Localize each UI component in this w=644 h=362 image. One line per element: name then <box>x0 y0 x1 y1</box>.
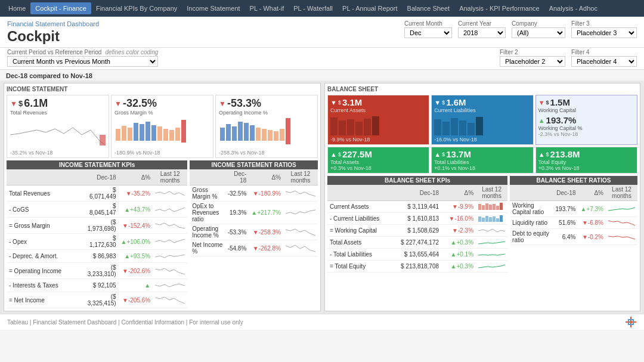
nav-item-analysis-adhoc[interactable]: Analysis - Adhoc <box>544 2 602 14</box>
br-col-last12: Last 12 months <box>606 185 637 201</box>
balance-ratios-table: Dec-18 Δ% Last 12 months Working Capital… <box>510 185 637 245</box>
bal-te-label: Total Equity <box>538 159 634 165</box>
table-row: - Opex $ 1,172,630 ▲+106.0% <box>7 234 187 250</box>
balance-section-header: BALANCE SHEET <box>327 86 637 92</box>
svg-rect-44 <box>478 216 481 222</box>
nav-item-pl-waterfall[interactable]: PL - Waterfall <box>289 2 338 14</box>
bal-current-liabilities: ▼ $ 1.6M Current Liabilities <box>431 95 533 145</box>
income-kpi-grossmargin: ▼ -32.5% Gross Margin % <box>111 95 213 158</box>
svg-rect-46 <box>485 216 488 222</box>
filter-2-select[interactable]: Placeholder 2 <box>500 56 565 67</box>
income-kpi3-arrow: ▼ <box>219 100 226 108</box>
bal-wc-label: Working Capital <box>538 107 634 113</box>
svg-rect-28 <box>355 122 363 135</box>
nav-item-pl-whatif[interactable]: PL - What-if <box>245 2 289 14</box>
br-col-label <box>510 185 553 201</box>
income-kpi-table: Dec-18 Δ% Last 12 months Total Revenues … <box>7 169 187 308</box>
table-row: = Operating Income ($ 3,233,310) ▼-202.6… <box>7 263 187 279</box>
table-row: Debt to equity ratio 6.4% ▼-0.2% <box>510 229 637 245</box>
filter-company-label: Company <box>512 20 565 27</box>
svg-rect-17 <box>244 123 249 141</box>
income-kpi3-label: Operating Income % <box>219 110 314 116</box>
svg-rect-35 <box>467 123 475 135</box>
nav-item-financial-kpis[interactable]: Financial KPIs By Company <box>91 2 182 14</box>
bal-cl-label: Current Liabilities <box>434 107 530 113</box>
breadcrumb: Financial Statement Dashboard <box>7 20 99 27</box>
col-label <box>7 169 85 185</box>
filters-area: Current Month Dec Current Year 2018 Comp… <box>404 20 637 38</box>
income-kpi2-delta: -180.9% vs Nov-18 <box>114 150 210 156</box>
filter-3-select[interactable]: Placeholder 3 <box>571 27 637 38</box>
svg-rect-21 <box>268 130 273 141</box>
svg-rect-26 <box>339 120 346 135</box>
header-area: Financial Statement Dashboard Cockpit Cu… <box>0 17 644 48</box>
filter-current-period-select[interactable]: Current Month vs Previous Month <box>7 56 158 67</box>
income-table-header: INCOME STATEMENT KPIs <box>7 160 187 169</box>
bal-working-capital: ▼ $ 1.5M Working Capital ▲ 193.7% Workin… <box>535 95 637 145</box>
bal-wc-delta: -2.3% vs Nov-18 <box>538 131 634 137</box>
table-row: Net Income % -54.8% ▼-262.8% <box>190 240 318 256</box>
income-statement-panel: INCOME STATEMENT ▼ $ 6.1M Total Revenues <box>4 83 321 311</box>
bal-col-delta: Δ% <box>441 185 476 201</box>
income-kpi1-delta: -35.2% vs Nov-18 <box>10 150 106 156</box>
income-section-header: INCOME STATEMENT <box>7 86 318 92</box>
svg-rect-18 <box>250 125 255 141</box>
svg-rect-14 <box>226 124 231 141</box>
filter-company-select[interactable]: (All) <box>512 27 565 38</box>
bal-te-delta: +0.3% vs Nov-18 <box>538 165 634 171</box>
filter-4-select[interactable]: Placeholder 4 <box>571 56 637 67</box>
bal-total-assets: ▲ $ 227.5M Total Assets +0.3% vs Nov-18 <box>327 147 429 174</box>
table-row: Total Assets $ 227,474,172 ▲+0.3% <box>327 237 507 249</box>
svg-rect-1 <box>116 129 120 141</box>
filter-3: Filter 3 Placeholder 3 <box>571 20 637 38</box>
nav-item-cockpit[interactable]: Cockpit - Finance <box>30 2 91 14</box>
nav-item-income-statement[interactable]: Income Statement <box>182 2 244 14</box>
filter-current-year-select[interactable]: 2018 <box>458 27 506 38</box>
ratios-col-label <box>190 169 225 185</box>
balance-kpi-header: BALANCE SHEET KPIs <box>327 176 507 185</box>
nav-item-balance-sheet[interactable]: Balance Sheet <box>402 2 455 14</box>
svg-rect-19 <box>256 128 261 141</box>
table-row: = Gross Margin ($ 1,973,698) ▼-152.4% <box>7 218 187 234</box>
income-ratios-table: Dec-18 Δ% Last 12 months Gross Margin % … <box>190 169 318 256</box>
bal-cl-value: 1.6M <box>446 97 466 107</box>
income-kpi1-arrow: ▼ <box>10 100 17 108</box>
bal-wc-pct-value: 193.7% <box>546 115 577 125</box>
svg-rect-9 <box>163 129 168 141</box>
svg-rect-23 <box>280 129 284 141</box>
bal-tl-label: Total Liabilities <box>434 159 530 165</box>
nav-item-home[interactable]: Home <box>4 2 30 14</box>
bal-ca-delta: -9.9% vs Nov-18 <box>330 137 426 143</box>
col-last12: Last 12 months <box>153 169 187 185</box>
svg-rect-49 <box>496 218 499 222</box>
svg-rect-43 <box>500 203 503 210</box>
svg-rect-56 <box>628 324 634 325</box>
table-row: Total Revenues $ 6,071,449 ▼-35.2% <box>7 185 187 202</box>
page-title: Cockpit <box>7 28 99 45</box>
filter-4: Filter 4 Placeholder 4 <box>571 49 637 67</box>
svg-rect-25 <box>330 117 338 135</box>
svg-rect-50 <box>500 215 503 222</box>
bal-te-value: 213.8M <box>550 149 580 159</box>
bal-tl-delta: +0.1% vs Nov-18 <box>434 165 530 171</box>
top-navigation: Home Cockpit - Finance Financial KPIs By… <box>0 0 644 17</box>
filter-2-label: Filter 2 <box>500 49 565 55</box>
filter-current-month-label: Current Month <box>404 20 452 27</box>
defines-color-coding: defines color coding <box>105 49 158 55</box>
bal-wc-pct-label: Working Capital % <box>538 125 634 131</box>
filter-4-label: Filter 4 <box>571 49 637 55</box>
svg-rect-3 <box>128 128 132 141</box>
table-row: Gross Margin % -32.5% ▼-180.9% <box>190 185 318 202</box>
filter-row-2: Current Period vs Reference Period defin… <box>0 48 644 70</box>
ratios-col-dec18: Dec-18 <box>225 169 249 185</box>
svg-rect-31 <box>434 119 441 135</box>
bal-total-liabilities: ▲ $ 13.7M Total Liabilities +0.1% vs Nov… <box>431 147 533 174</box>
svg-rect-4 <box>134 123 138 141</box>
nav-item-pl-annual[interactable]: PL - Annual Report <box>338 2 402 14</box>
col-delta: Δ% <box>119 169 153 185</box>
svg-rect-40 <box>489 205 492 210</box>
svg-rect-55 <box>628 319 634 320</box>
filter-current-month-select[interactable]: Dec <box>404 27 452 38</box>
nav-item-analysis-kpi[interactable]: Analysis - KPI Performance <box>454 2 544 14</box>
svg-rect-38 <box>482 205 485 210</box>
